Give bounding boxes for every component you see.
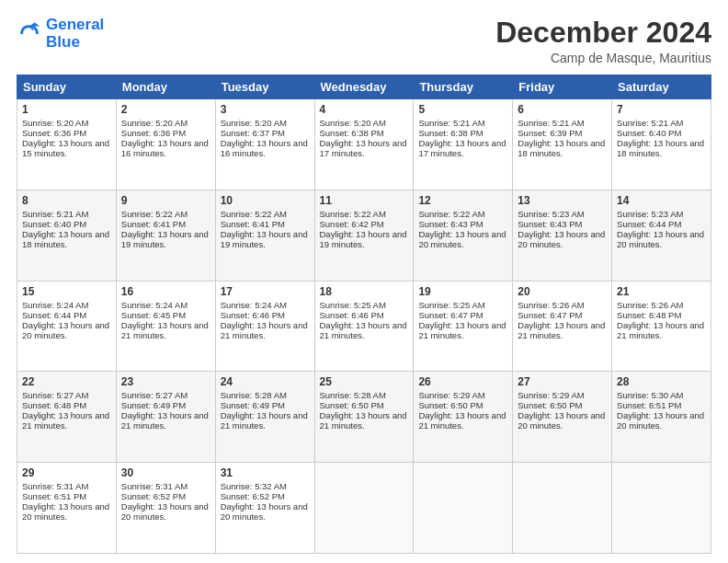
daylight-text: Daylight: 13 hours and 16 minutes. [121, 138, 209, 158]
col-thursday: Thursday [414, 75, 513, 99]
sunset-text: Sunset: 6:49 PM [121, 400, 186, 410]
sunrise-text: Sunrise: 5:20 AM [121, 118, 188, 128]
calendar-cell: 14 Sunrise: 5:23 AM Sunset: 6:44 PM Dayl… [612, 190, 711, 281]
sunrise-text: Sunrise: 5:30 AM [617, 390, 683, 400]
sunrise-text: Sunrise: 5:31 AM [121, 481, 188, 491]
day-number: 9 [121, 194, 210, 207]
calendar-week-row: 22 Sunrise: 5:27 AM Sunset: 6:48 PM Dayl… [17, 372, 711, 463]
sunrise-text: Sunrise: 5:27 AM [121, 390, 188, 400]
calendar-week-row: 8 Sunrise: 5:21 AM Sunset: 6:40 PM Dayli… [17, 190, 711, 281]
sunrise-text: Sunrise: 5:24 AM [121, 300, 188, 310]
day-number: 7 [617, 103, 706, 116]
calendar-cell: 10 Sunrise: 5:22 AM Sunset: 6:41 PM Dayl… [215, 190, 314, 281]
calendar-cell: 11 Sunrise: 5:22 AM Sunset: 6:42 PM Dayl… [314, 190, 414, 281]
sunrise-text: Sunrise: 5:25 AM [320, 300, 386, 310]
daylight-text: Daylight: 13 hours and 21 minutes. [418, 410, 506, 431]
daylight-text: Daylight: 13 hours and 19 minutes. [121, 229, 209, 249]
calendar-cell: 5 Sunrise: 5:21 AM Sunset: 6:38 PM Dayli… [414, 99, 513, 190]
col-monday: Monday [116, 75, 215, 99]
calendar-cell: 12 Sunrise: 5:22 AM Sunset: 6:43 PM Dayl… [414, 190, 513, 281]
col-sunday: Sunday [17, 75, 117, 99]
page: General Blue December 2024 Camp de Masqu… [0, 0, 728, 563]
sunset-text: Sunset: 6:41 PM [221, 219, 285, 229]
sunset-text: Sunset: 6:46 PM [221, 310, 285, 320]
sunset-text: Sunset: 6:44 PM [22, 310, 86, 320]
sunset-text: Sunset: 6:47 PM [418, 310, 483, 320]
sunset-text: Sunset: 6:38 PM [320, 128, 384, 138]
sunset-text: Sunset: 6:43 PM [518, 219, 582, 229]
daylight-text: Daylight: 13 hours and 21 minutes. [121, 320, 209, 340]
daylight-text: Daylight: 13 hours and 21 minutes. [22, 410, 109, 431]
calendar-cell: 25 Sunrise: 5:28 AM Sunset: 6:50 PM Dayl… [314, 372, 414, 463]
day-number: 18 [320, 285, 409, 298]
sunset-text: Sunset: 6:51 PM [22, 491, 86, 501]
sunset-text: Sunset: 6:39 PM [518, 128, 582, 138]
day-number: 15 [22, 285, 111, 298]
sunrise-text: Sunrise: 5:22 AM [418, 209, 484, 219]
sunrise-text: Sunrise: 5:23 AM [617, 209, 683, 219]
sunrise-text: Sunrise: 5:29 AM [418, 390, 484, 400]
daylight-text: Daylight: 13 hours and 16 minutes. [221, 138, 308, 158]
calendar-cell: 9 Sunrise: 5:22 AM Sunset: 6:41 PM Dayli… [116, 190, 215, 281]
sunset-text: Sunset: 6:52 PM [221, 491, 285, 501]
daylight-text: Daylight: 13 hours and 21 minutes. [418, 320, 506, 340]
day-number: 4 [320, 103, 409, 116]
col-wednesday: Wednesday [314, 75, 414, 99]
sunrise-text: Sunrise: 5:21 AM [418, 118, 484, 128]
day-number: 2 [121, 103, 210, 116]
sunrise-text: Sunrise: 5:25 AM [418, 300, 484, 310]
daylight-text: Daylight: 13 hours and 20 minutes. [221, 501, 308, 522]
daylight-text: Daylight: 13 hours and 21 minutes. [121, 410, 209, 431]
sunrise-text: Sunrise: 5:26 AM [518, 300, 584, 310]
calendar-cell: 22 Sunrise: 5:27 AM Sunset: 6:48 PM Dayl… [17, 372, 117, 463]
calendar-cell: 1 Sunrise: 5:20 AM Sunset: 6:36 PM Dayli… [17, 99, 117, 190]
sunrise-text: Sunrise: 5:28 AM [320, 390, 386, 400]
calendar-cell [513, 463, 612, 554]
daylight-text: Daylight: 13 hours and 20 minutes. [518, 229, 605, 249]
calendar-cell: 24 Sunrise: 5:28 AM Sunset: 6:49 PM Dayl… [215, 372, 314, 463]
calendar-cell [314, 463, 414, 554]
sunrise-text: Sunrise: 5:24 AM [22, 300, 88, 310]
sunset-text: Sunset: 6:37 PM [221, 128, 285, 138]
day-number: 1 [22, 103, 111, 116]
daylight-text: Daylight: 13 hours and 21 minutes. [617, 320, 704, 340]
daylight-text: Daylight: 13 hours and 17 minutes. [418, 138, 506, 158]
daylight-text: Daylight: 13 hours and 21 minutes. [320, 410, 407, 431]
sunset-text: Sunset: 6:50 PM [418, 400, 483, 410]
daylight-text: Daylight: 13 hours and 20 minutes. [121, 501, 209, 522]
sunrise-text: Sunrise: 5:27 AM [22, 390, 88, 400]
calendar-cell: 19 Sunrise: 5:25 AM Sunset: 6:47 PM Dayl… [414, 281, 513, 372]
calendar-cell: 27 Sunrise: 5:29 AM Sunset: 6:50 PM Dayl… [513, 372, 612, 463]
calendar-cell: 29 Sunrise: 5:31 AM Sunset: 6:51 PM Dayl… [17, 463, 117, 554]
sunset-text: Sunset: 6:49 PM [221, 400, 285, 410]
sunrise-text: Sunrise: 5:20 AM [320, 118, 386, 128]
sunset-text: Sunset: 6:36 PM [121, 128, 186, 138]
header: General Blue December 2024 Camp de Masqu… [17, 17, 711, 65]
day-number: 26 [418, 375, 507, 388]
sunset-text: Sunset: 6:44 PM [617, 219, 681, 229]
sunset-text: Sunset: 6:48 PM [617, 310, 681, 320]
calendar-cell: 31 Sunrise: 5:32 AM Sunset: 6:52 PM Dayl… [215, 463, 314, 554]
day-number: 6 [518, 103, 607, 116]
daylight-text: Daylight: 13 hours and 18 minutes. [617, 138, 704, 158]
sunrise-text: Sunrise: 5:21 AM [22, 209, 88, 219]
daylight-text: Daylight: 13 hours and 18 minutes. [518, 138, 605, 158]
day-number: 24 [221, 375, 310, 388]
day-number: 29 [22, 466, 111, 479]
sunrise-text: Sunrise: 5:22 AM [320, 209, 386, 219]
sunset-text: Sunset: 6:41 PM [121, 219, 186, 229]
col-tuesday: Tuesday [215, 75, 314, 99]
daylight-text: Daylight: 13 hours and 21 minutes. [320, 320, 407, 340]
daylight-text: Daylight: 13 hours and 20 minutes. [518, 410, 605, 431]
sunrise-text: Sunrise: 5:29 AM [518, 390, 584, 400]
day-number: 30 [121, 466, 210, 479]
day-number: 5 [418, 103, 507, 116]
daylight-text: Daylight: 13 hours and 17 minutes. [320, 138, 407, 158]
sunrise-text: Sunrise: 5:24 AM [221, 300, 287, 310]
daylight-text: Daylight: 13 hours and 20 minutes. [22, 501, 109, 522]
day-number: 16 [121, 285, 210, 298]
sunset-text: Sunset: 6:36 PM [22, 128, 86, 138]
calendar-week-row: 15 Sunrise: 5:24 AM Sunset: 6:44 PM Dayl… [17, 281, 711, 372]
sunset-text: Sunset: 6:40 PM [22, 219, 86, 229]
day-number: 22 [22, 375, 111, 388]
